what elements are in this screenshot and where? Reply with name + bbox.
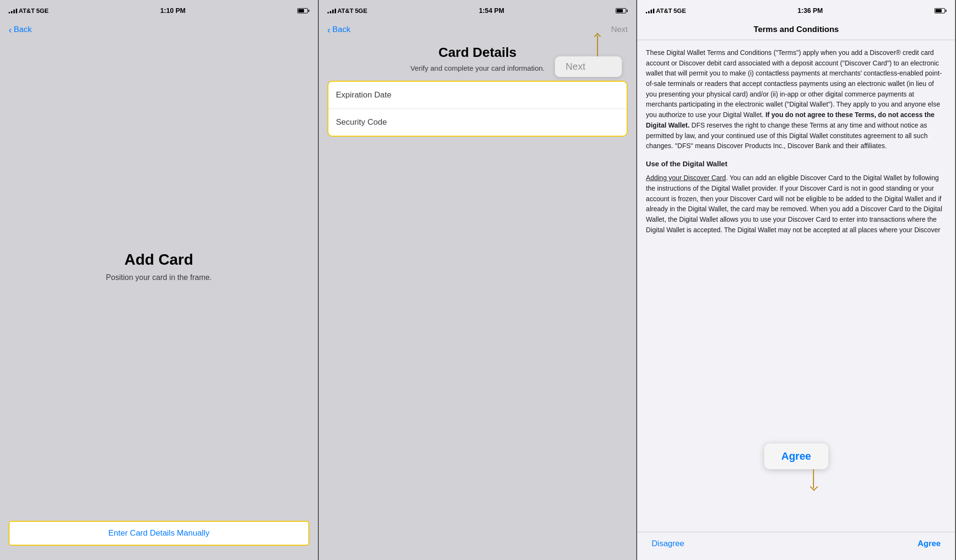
back-button-2[interactable]: ‹ Back [327,24,350,35]
terms-section2-text: Adding your Discover Card. You can add a… [646,173,946,235]
panel-add-card: AT&T 5GE 1:10 PM ‹ Back Add Card Positio… [0,0,319,560]
back-label-2: Back [332,25,350,34]
enter-card-manually-button[interactable]: Enter Card Details Manually [9,521,309,546]
time-3: 1:36 PM [798,7,823,14]
agree-button[interactable]: Agree [918,539,941,549]
disagree-button[interactable]: Disagree [652,539,684,549]
nav-bar-3: Terms and Conditions [637,19,955,40]
status-bar-3: AT&T 5GE 1:36 PM [637,0,955,19]
back-label-1: Back [14,25,32,34]
next-button-2[interactable]: Next [611,25,628,34]
panel-terms: AT&T 5GE 1:36 PM Terms and Conditions Th… [637,0,956,560]
add-card-title: Add Card [124,251,193,269]
time-2: 1:54 PM [479,7,504,14]
nav-bar-2: ‹ Back Next [319,19,637,40]
card-details-subtitle: Verify and complete your card informatio… [411,64,545,72]
battery-area-3 [934,8,946,13]
expiration-date-field[interactable]: Expiration Date [328,82,627,108]
status-carrier-3: AT&T 5GE [646,7,686,14]
terms-intro-text: These Digital Wallet Terms and Condition… [646,48,946,151]
battery-icon-3 [934,8,946,13]
battery-icon-1 [297,8,309,13]
tooltip-arrow-line [597,35,598,56]
card-details-content: Card Details Verify and complete your ca… [319,40,637,560]
battery-area-2 [616,8,628,13]
status-bar-2: AT&T 5GE 1:54 PM [319,0,637,19]
signal-icon-1 [9,8,17,13]
back-button-1[interactable]: ‹ Back [9,24,32,35]
card-details-form: Expiration Date Security Code [327,81,628,137]
security-code-field[interactable]: Security Code [328,108,627,136]
use-of-wallet-heading: Use of the Digital Wallet [646,158,946,169]
battery-area-1 [297,8,309,13]
carrier-label-2: AT&T [337,7,354,14]
add-card-subtitle: Position your card in the frame. [106,273,212,282]
back-chevron-1: ‹ [9,24,12,35]
add-card-content: Add Card Position your card in the frame… [0,40,318,511]
time-1: 1:10 PM [160,7,185,14]
back-chevron-2: ‹ [327,24,331,35]
agree-popover-label: Agree [764,443,828,469]
nav-bar-1: ‹ Back [0,19,318,40]
carrier-label-1: AT&T [19,7,35,14]
network-label-2: 5GE [355,7,367,14]
status-carrier-2: AT&T 5GE [327,7,368,14]
panel-card-details: AT&T 5GE 1:54 PM ‹ Back Next [319,0,638,560]
network-label-1: 5GE [36,7,49,14]
status-bar-1: AT&T 5GE 1:10 PM [0,0,318,19]
agree-popover: Agree [764,443,828,469]
status-carrier-1: AT&T 5GE [9,7,49,14]
agree-arrow [813,469,814,488]
terms-bottom-bar: Disagree Agree [637,532,955,560]
bottom-area-1: Enter Card Details Manually [0,511,318,560]
signal-icon-3 [646,8,654,13]
battery-icon-2 [616,8,628,13]
card-details-title: Card Details [438,45,516,60]
tooltip-next-label: Next [555,56,622,77]
network-label-3: 5GE [674,7,686,14]
carrier-label-3: AT&T [656,7,672,14]
adding-card-link: Adding your Discover Card [646,174,726,182]
signal-icon-2 [327,8,336,13]
terms-nav-title: Terms and Conditions [754,25,839,34]
next-tooltip: Next [555,56,622,77]
